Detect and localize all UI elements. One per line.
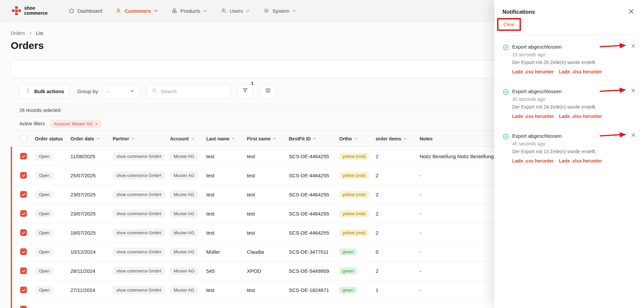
filter-chip-label: Account: Muster AG <box>54 121 93 126</box>
notification-message: Der Export mit 26 Zeile(n) wurde erstell… <box>512 60 635 65</box>
ortho-badge: green <box>339 287 357 294</box>
account-chip: Muster AG <box>170 267 198 275</box>
order-date-cell: 18/07/2025 <box>70 230 113 236</box>
notifications-panel: Notifications Clear Export abgeschlossen… <box>494 0 644 308</box>
notification-time: 45 seconds ago <box>512 141 635 146</box>
order-date-cell: 11/08/2025 <box>70 153 113 159</box>
row-checkbox[interactable] <box>20 306 27 308</box>
users-icon <box>221 8 227 14</box>
columns-button[interactable] <box>260 84 276 98</box>
download-csv-link[interactable]: Lade .csv herunter <box>512 114 554 119</box>
bulk-actions-button[interactable]: Bulk actions <box>19 84 70 98</box>
column-header-account[interactable]: Account <box>170 136 206 141</box>
partner-chip: shoe commerce GmbH <box>113 286 165 294</box>
download-xlsx-link[interactable]: Lade .xlsx herunter <box>559 158 602 164</box>
nav-item-users[interactable]: Users <box>221 8 250 14</box>
row-checkbox[interactable] <box>20 153 27 160</box>
row-checkbox-cell <box>20 153 35 160</box>
account-chip: Muster AG <box>170 191 198 198</box>
breadcrumb-orders[interactable]: Orders <box>11 30 25 36</box>
notification-message: Der Export mit 28 Zeile(n) wurde erstell… <box>512 104 635 110</box>
group-by-select[interactable]: - <box>102 84 140 98</box>
column-header-ortho[interactable]: Ortho <box>339 136 376 141</box>
account-chip: Muster AG <box>170 229 198 237</box>
group-by-value: - <box>107 88 109 94</box>
first-name-cell: test <box>247 192 289 197</box>
first-name-cell: XPOD <box>247 268 289 274</box>
download-csv-link[interactable]: Lade .csv herunter <box>512 69 554 74</box>
column-header-partner[interactable]: Partner <box>113 136 170 141</box>
partner-chip: shoe commerce GmbH <box>113 229 165 237</box>
notification-body: Export abgeschlossen 45 seconds ago Der … <box>512 133 635 164</box>
nav-item-dashboard[interactable]: Dashboard <box>68 8 102 14</box>
row-checkbox[interactable] <box>20 191 27 198</box>
notification-close-button[interactable] <box>631 88 636 95</box>
partner-chip: shoe commerce GmbH <box>113 152 165 160</box>
columns-icon <box>265 87 271 95</box>
select-all-checkbox[interactable] <box>20 135 27 142</box>
person-icon <box>115 8 121 14</box>
row-checkbox[interactable] <box>20 229 27 236</box>
bestfit-id-cell: SCS-DE-4464255 <box>289 192 339 197</box>
bestfit-id-cell: SCS-DE-4464255 <box>289 230 339 236</box>
gear-icon <box>263 8 269 14</box>
column-header-date[interactable]: Order date <box>70 136 113 141</box>
row-checkbox-cell <box>20 287 35 293</box>
download-csv-link[interactable]: Lade .csv herunter <box>512 158 554 164</box>
account-chip: Muster AG <box>170 210 198 218</box>
row-checkbox[interactable] <box>20 172 27 179</box>
ortho-badge: yellow (mid) <box>339 191 369 198</box>
breadcrumb-list[interactable]: List <box>36 30 43 36</box>
filter-chip-remove-icon[interactable]: × <box>95 122 98 126</box>
notification-body: Export abgeschlossen 30 seconds ago Der … <box>512 88 635 119</box>
column-header-last[interactable]: Last name <box>206 136 247 141</box>
row-checkbox[interactable] <box>20 248 27 255</box>
row-checkbox[interactable] <box>20 210 27 217</box>
notification-message: Der Export mit 10 Zeile(n) wurde erstell… <box>512 149 635 154</box>
last-name-cell: 545 <box>206 268 247 274</box>
column-header-first[interactable]: First name <box>247 136 289 141</box>
ortho-badge: yellow (mid) <box>339 153 369 160</box>
search-input[interactable] <box>160 88 228 95</box>
panel-close-button[interactable] <box>628 8 635 16</box>
nav-item-system[interactable]: System <box>263 8 296 14</box>
clear-notifications-button[interactable]: Clear <box>503 22 515 27</box>
notification-close-button[interactable] <box>631 132 636 139</box>
close-icon <box>631 88 636 95</box>
order-status-badge: Open <box>35 152 54 160</box>
main-nav: Dashboard Customers Products Users <box>68 8 296 14</box>
notification-links: Lade .csv herunter Lade .xlsx herunter <box>512 69 635 74</box>
search-icon <box>152 88 157 95</box>
account-chip: Muster AG <box>170 286 198 294</box>
boxes-icon <box>171 8 177 14</box>
last-name-cell: test <box>206 173 247 178</box>
nav-item-customers[interactable]: Customers <box>115 8 158 14</box>
download-xlsx-link[interactable]: Lade .xlsx herunter <box>559 69 602 74</box>
active-filter-chips: Account: Muster AG× <box>50 120 101 128</box>
bestfit-id-cell: SCS-DE-1824871 <box>289 287 339 293</box>
success-check-icon <box>502 133 509 140</box>
row-checkbox[interactable] <box>20 287 27 293</box>
ortho-badge: green <box>339 248 357 255</box>
column-header-bestfit[interactable]: BestFit ID <box>289 136 339 141</box>
last-name-cell: test <box>206 192 247 197</box>
group-by-control: Group by - <box>77 84 140 98</box>
brand-logo[interactable]: shoecommerce <box>12 6 48 16</box>
filters-button[interactable]: 1 <box>237 84 253 98</box>
partner-chip: shoe commerce GmbH <box>113 191 165 198</box>
ortho-badge: yellow (mid) <box>339 210 369 217</box>
order-date-cell: 23/07/2025 <box>70 192 113 197</box>
success-check-icon <box>502 89 509 96</box>
notifications-list: Export abgeschlossen 15 seconds ago Der … <box>494 35 644 164</box>
chevron-down-icon <box>203 9 207 13</box>
notification-close-button[interactable] <box>631 43 636 50</box>
partner-chip: shoe commerce GmbH <box>113 210 165 218</box>
nav-item-products[interactable]: Products <box>171 8 207 14</box>
notification-title: Export abgeschlossen <box>512 88 635 94</box>
row-checkbox[interactable] <box>20 267 27 274</box>
row-checkbox-cell <box>20 248 35 255</box>
nav-label: Customers <box>124 8 151 14</box>
column-header-items[interactable]: order items <box>376 136 420 141</box>
bestfit-id-cell: SCS-DE-4464255 <box>289 153 339 159</box>
download-xlsx-link[interactable]: Lade .xlsx herunter <box>559 114 602 119</box>
